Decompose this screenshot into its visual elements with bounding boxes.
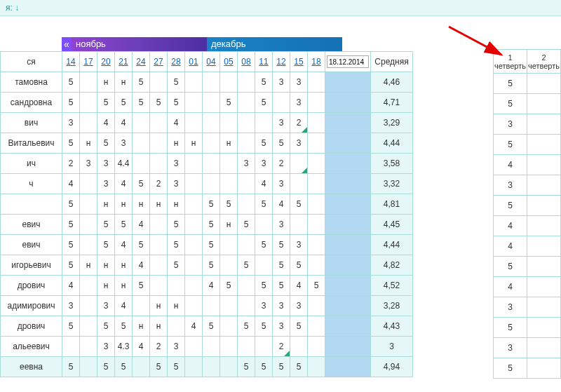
grade-cell[interactable]	[273, 93, 290, 113]
grade-cell[interactable]: 2	[273, 337, 290, 357]
table-row[interactable]: евич5545555534,44	[1, 235, 413, 255]
grade-cell[interactable]	[150, 255, 168, 276]
selected-date-cell[interactable]	[325, 154, 371, 174]
grade-cell[interactable]: 4	[255, 174, 273, 194]
table-row[interactable]: ич2334.433323,58	[1, 154, 413, 174]
grade-cell[interactable]: 5	[273, 133, 290, 154]
grade-cell[interactable]	[185, 255, 203, 276]
table-row[interactable]: адимирович334нн3333,28	[1, 296, 413, 316]
grade-cell[interactable]: 5	[203, 235, 220, 255]
prev-month-button[interactable]: «	[62, 37, 72, 51]
table-row[interactable]: дрович555нн4555354,43	[1, 316, 413, 337]
grade-cell[interactable]	[203, 72, 220, 93]
grade-cell[interactable]	[255, 113, 273, 133]
grade-cell[interactable]: 5	[97, 215, 115, 235]
grade-cell[interactable]	[308, 194, 325, 215]
grade-cell[interactable]	[62, 337, 80, 357]
grade-cell[interactable]	[203, 337, 220, 357]
grade-cell[interactable]: 5	[133, 174, 150, 194]
grade-cell[interactable]: 3	[62, 296, 80, 316]
grade-cell[interactable]: 5	[168, 357, 185, 377]
grade-cell[interactable]	[220, 357, 238, 377]
grade-cell[interactable]: 5	[133, 93, 150, 113]
grade-cell[interactable]	[150, 235, 168, 255]
grade-cell[interactable]	[255, 215, 273, 235]
grade-cell[interactable]: 2	[150, 174, 168, 194]
table-row[interactable]: сандровна5555555534,71	[1, 93, 413, 113]
grade-cell[interactable]: н	[168, 133, 185, 154]
grade-cell[interactable]	[133, 296, 150, 316]
grade-cell[interactable]	[133, 154, 150, 174]
grade-cell[interactable]: н	[97, 276, 115, 296]
selected-date-cell[interactable]	[325, 174, 371, 194]
selected-date-cell[interactable]	[325, 255, 371, 276]
table-row[interactable]: евич555455н534,45	[1, 215, 413, 235]
grade-cell[interactable]: 4	[115, 235, 133, 255]
grade-cell[interactable]: 3	[290, 235, 308, 255]
grade-cell[interactable]: 5	[62, 133, 80, 154]
grade-cell[interactable]	[185, 93, 203, 113]
day-header[interactable]: 20	[97, 52, 115, 72]
grade-cell[interactable]	[80, 337, 97, 357]
grade-cell[interactable]	[220, 255, 238, 276]
grade-cell[interactable]	[220, 235, 238, 255]
grade-cell[interactable]: 3	[168, 337, 185, 357]
grade-cell[interactable]	[185, 235, 203, 255]
grade-cell[interactable]: 3	[238, 154, 255, 174]
grade-cell[interactable]: 5	[203, 255, 220, 276]
grade-cell[interactable]	[80, 194, 97, 215]
grade-cell[interactable]: 4	[185, 316, 203, 337]
selected-date-cell[interactable]	[325, 113, 371, 133]
grade-cell[interactable]: 4	[115, 296, 133, 316]
selected-date-cell[interactable]	[325, 194, 371, 215]
grade-cell[interactable]: 2	[290, 113, 308, 133]
grade-cell[interactable]	[203, 93, 220, 113]
grade-cell[interactable]: 3	[273, 72, 290, 93]
grade-cell[interactable]: н	[115, 276, 133, 296]
grade-cell[interactable]	[255, 337, 273, 357]
grade-cell[interactable]: н	[97, 255, 115, 276]
grade-cell[interactable]: 5	[97, 133, 115, 154]
grade-cell[interactable]	[220, 296, 238, 316]
day-header[interactable]: 08	[238, 52, 255, 72]
grade-cell[interactable]	[255, 255, 273, 276]
grade-cell[interactable]	[290, 215, 308, 235]
grade-cell[interactable]	[290, 337, 308, 357]
grade-cell[interactable]	[150, 113, 168, 133]
grade-cell[interactable]	[150, 215, 168, 235]
grade-cell[interactable]	[308, 72, 325, 93]
grade-cell[interactable]	[80, 235, 97, 255]
grade-cell[interactable]	[80, 215, 97, 235]
grade-cell[interactable]: 5	[62, 194, 80, 215]
table-row[interactable]: альеевич34.342323	[1, 337, 413, 357]
grade-cell[interactable]: 5	[273, 235, 290, 255]
grade-cell[interactable]	[80, 357, 97, 377]
table-row[interactable]: 5ннннн555454,81	[1, 194, 413, 215]
grade-cell[interactable]: 5	[273, 276, 290, 296]
grade-cell[interactable]	[168, 316, 185, 337]
grade-cell[interactable]	[150, 154, 168, 174]
grade-cell[interactable]: 4	[62, 276, 80, 296]
grade-cell[interactable]: 5	[290, 255, 308, 276]
grade-cell[interactable]	[133, 113, 150, 133]
grade-cell[interactable]: 2	[273, 154, 290, 174]
grade-cell[interactable]: 5	[97, 316, 115, 337]
grade-cell[interactable]: 3	[273, 215, 290, 235]
date-input[interactable]	[327, 55, 369, 68]
grade-cell[interactable]: 3	[273, 113, 290, 133]
grade-cell[interactable]	[308, 113, 325, 133]
day-header[interactable]: 14	[62, 52, 80, 72]
grade-cell[interactable]: н	[97, 194, 115, 215]
grade-cell[interactable]: 5	[97, 235, 115, 255]
selected-date-cell[interactable]	[325, 296, 371, 316]
grade-cell[interactable]: 4	[115, 113, 133, 133]
grade-cell[interactable]: 4	[273, 194, 290, 215]
grade-cell[interactable]: 5	[203, 194, 220, 215]
grade-cell[interactable]: н	[80, 255, 97, 276]
grade-cell[interactable]	[203, 154, 220, 174]
day-header[interactable]: 15	[290, 52, 308, 72]
grade-cell[interactable]	[238, 194, 255, 215]
selected-date-cell[interactable]	[325, 93, 371, 113]
grade-cell[interactable]: 5	[168, 72, 185, 93]
grade-cell[interactable]: 4	[168, 113, 185, 133]
